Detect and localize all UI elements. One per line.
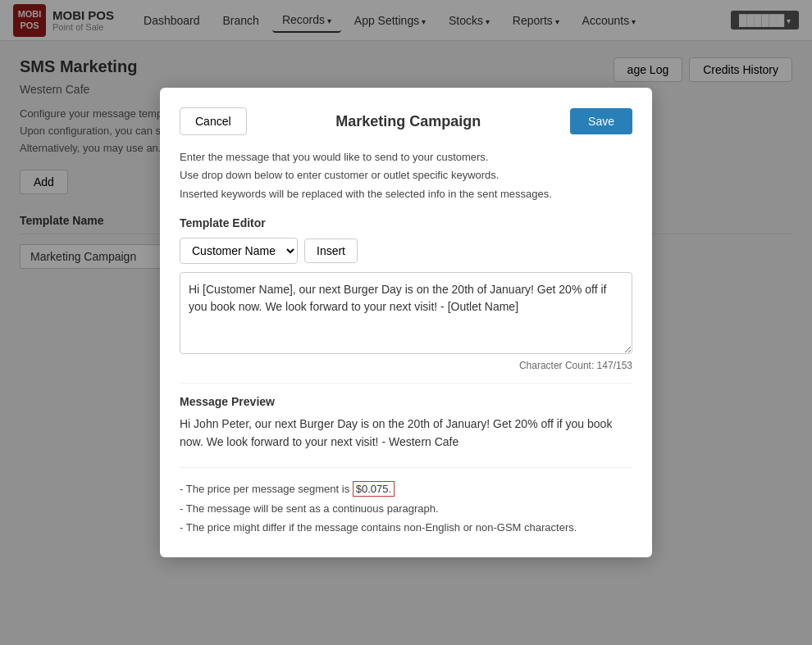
- template-editor-label: Template Editor: [180, 216, 632, 229]
- modal-header: Cancel Marketing Campaign Save: [180, 107, 632, 135]
- insert-button[interactable]: Insert: [304, 238, 358, 263]
- template-editor-row: Customer Name Outlet Name Insert: [180, 238, 632, 264]
- cancel-button[interactable]: Cancel: [180, 107, 247, 135]
- marketing-campaign-modal: Cancel Marketing Campaign Save Enter the…: [160, 88, 652, 292]
- modal-title: Marketing Campaign: [247, 113, 570, 130]
- modal-save-button[interactable]: Save: [570, 108, 632, 134]
- template-textarea[interactable]: Hi [Customer Name], our next Burger Day …: [180, 272, 632, 293]
- keyword-select[interactable]: Customer Name Outlet Name: [180, 238, 298, 264]
- modal-overlay: Cancel Marketing Campaign Save Enter the…: [0, 0, 812, 292]
- modal-instructions: Enter the message that you would like to…: [180, 148, 632, 202]
